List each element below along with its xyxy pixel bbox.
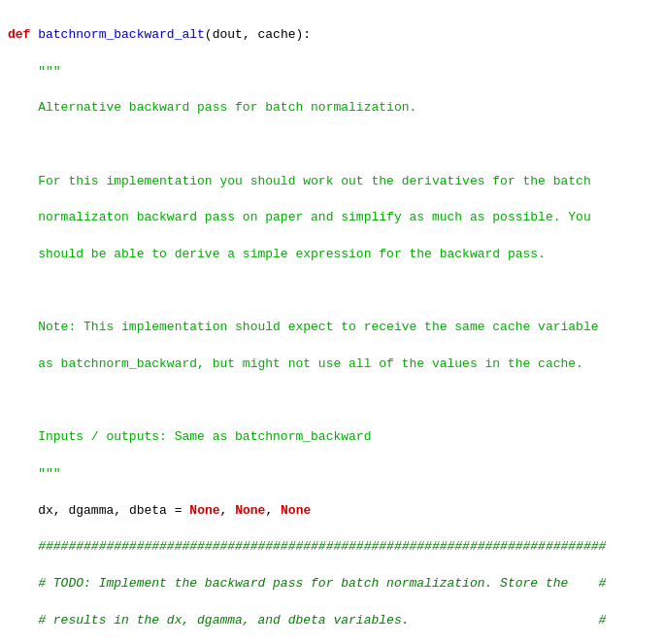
line-12: Inputs / outputs: Same as batchnorm_back… (0, 428, 664, 447)
line-11 (0, 392, 664, 411)
line-6: normalizaton backward pass on paper and … (0, 209, 664, 227)
line-10: as batchnorm_backward, but might not use… (0, 356, 664, 374)
line-5: For this implementation you should work … (0, 173, 664, 191)
line-8 (0, 283, 664, 301)
line-9: Note: This implementation should expect … (0, 319, 664, 337)
line-1: def batchnorm_backward_alt(dout, cache): (0, 26, 664, 45)
line-7: should be able to derive a simple expres… (0, 246, 664, 264)
line-15: ########################################… (0, 538, 664, 557)
line-13: """ (0, 465, 664, 484)
line-3: Alternative backward pass for batch norm… (0, 99, 664, 118)
line-17: # results in the dx, dgamma, and dbeta v… (0, 612, 664, 630)
line-4 (0, 136, 664, 154)
line-2: """ (0, 63, 664, 82)
line-14: dx, dgamma, dbeta = None, None, None (0, 502, 664, 521)
line-16: # TODO: Implement the backward pass for … (0, 575, 664, 593)
code-container: def batchnorm_backward_alt(dout, cache):… (0, 0, 664, 644)
